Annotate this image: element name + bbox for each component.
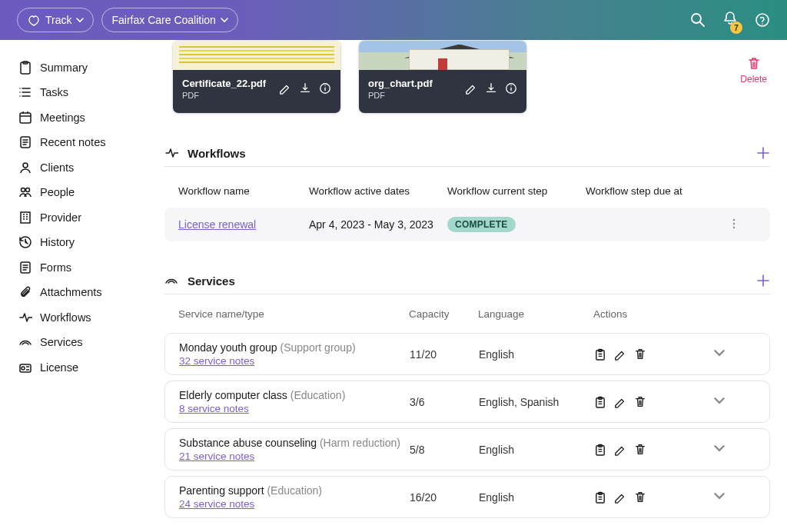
sidebar-item-tasks[interactable]: Tasks (12, 81, 154, 104)
people-icon (18, 185, 32, 199)
service-row: Substance abuse counseling (Harm reducti… (164, 428, 770, 470)
service-notes-link[interactable]: 32 service notes (179, 355, 254, 367)
service-name: Monday youth group (179, 341, 277, 354)
sidebar-item-label: License (40, 361, 78, 374)
service-name: Parenting support (179, 484, 264, 497)
trash-icon[interactable] (634, 348, 646, 361)
expand-toggle[interactable] (714, 490, 725, 504)
service-name: Substance abuse counseling (179, 437, 317, 449)
trash-icon (747, 57, 761, 71)
workflows-icon (18, 311, 32, 324)
service-row: Monday youth group (Support group) 32 se… (164, 333, 770, 375)
sidebar-item-history[interactable]: History (12, 231, 154, 254)
expand-toggle[interactable] (714, 395, 725, 408)
chevron-down-icon (76, 16, 84, 24)
section-title: Services (188, 274, 747, 288)
meetings-icon (18, 111, 32, 125)
sidebar-item-label: Recent notes (40, 136, 105, 148)
sidebar-item-label: Services (40, 336, 83, 348)
service-language: English (479, 348, 594, 361)
info-icon[interactable] (319, 82, 331, 95)
trash-icon[interactable] (634, 491, 646, 504)
sidebar-item-summary[interactable]: Summary (12, 56, 154, 79)
sidebar-item-meetings[interactable]: Meetings (12, 106, 154, 129)
workflows-icon (164, 146, 178, 160)
service-type: (Harm reduction) (320, 437, 400, 449)
sidebar-item-label: Meetings (40, 111, 85, 124)
clipboard-icon[interactable] (594, 396, 606, 408)
service-language: English, Spanish (479, 396, 594, 408)
help-icon[interactable] (755, 12, 770, 28)
attachment-footer: Certificate_22.pdf PDF (173, 70, 340, 113)
pencil-icon[interactable] (614, 444, 626, 456)
attachment-preview (359, 41, 526, 70)
trash-icon[interactable] (634, 396, 646, 408)
sidebar-item-license[interactable]: License (12, 356, 154, 379)
sidebar-item-people[interactable]: People (12, 181, 154, 204)
sidebar-item-services[interactable]: Services (12, 331, 154, 354)
workflow-dates: Apr 4, 2023 - May 3, 2023 (309, 218, 447, 231)
main-content: Delete Certificate_22.pdf PDF (154, 40, 787, 532)
service-notes-link[interactable]: 24 service notes (179, 498, 254, 510)
clipboard-icon[interactable] (594, 491, 606, 504)
sidebar-item-label: History (40, 236, 75, 248)
pencil-icon[interactable] (614, 348, 626, 361)
clipboard-icon[interactable] (594, 348, 606, 361)
services-section: Services Service name/type Capacity Lang… (161, 274, 773, 518)
sidebar-item-clients[interactable]: Clients (12, 156, 154, 179)
pencil-icon[interactable] (614, 396, 626, 408)
services-icon (164, 274, 178, 288)
trash-icon[interactable] (634, 444, 646, 456)
sidebar-item-attachments[interactable]: Attachments (12, 281, 154, 304)
add-workflow-button[interactable] (756, 146, 770, 160)
sidebar-item-label: Attachments (40, 286, 102, 298)
service-notes-link[interactable]: 8 service notes (179, 403, 249, 414)
attachments-row: Certificate_22.pdf PDF org_chart.pdf PDF (172, 40, 773, 114)
pencil-icon[interactable] (614, 491, 626, 504)
service-type: (Education) (291, 389, 346, 401)
attachment-title: org_chart.pdf (368, 78, 433, 89)
expand-toggle[interactable] (714, 347, 725, 361)
add-service-button[interactable] (756, 274, 770, 288)
sidebar-item-recent-notes[interactable]: Recent notes (12, 131, 154, 154)
workflow-name-link[interactable]: License renewal (178, 218, 309, 231)
sidebar-item-provider[interactable]: Provider (12, 206, 154, 229)
context-selector[interactable]: Fairfax Care Coalition (101, 8, 237, 32)
pencil-icon[interactable] (279, 82, 291, 95)
service-language: English (479, 444, 594, 456)
col-due: Workflow step due at (586, 185, 716, 197)
service-capacity: 3/6 (410, 396, 479, 408)
chevron-down-icon (221, 16, 228, 24)
services-icon (18, 335, 32, 349)
service-capacity: 11/20 (410, 348, 479, 361)
service-notes-link[interactable]: 21 service notes (179, 451, 254, 462)
download-icon[interactable] (485, 82, 497, 95)
sidebar-item-forms[interactable]: Forms (12, 256, 154, 279)
service-capacity: 5/8 (410, 444, 479, 456)
attachment-type: PDF (368, 91, 433, 100)
attachment-card[interactable]: Certificate_22.pdf PDF (172, 40, 341, 114)
search-icon[interactable] (690, 12, 706, 28)
attachment-card[interactable]: org_chart.pdf PDF (358, 40, 527, 114)
col-name: Service name/type (178, 308, 409, 320)
attachments-icon (18, 285, 32, 299)
delete-button[interactable]: Delete (740, 57, 767, 85)
info-icon[interactable] (505, 82, 517, 95)
service-type: (Education) (267, 484, 322, 497)
download-icon[interactable] (299, 82, 311, 95)
attachment-type: PDF (182, 91, 266, 100)
sidebar-item-label: Tasks (40, 86, 68, 98)
sidebar-item-workflows[interactable]: Workflows (12, 306, 154, 329)
notifications-button[interactable]: 7 (722, 11, 738, 29)
track-label: Track (45, 14, 71, 26)
sidebar-item-label: Workflows (40, 311, 91, 324)
expand-toggle[interactable] (714, 443, 725, 456)
attachment-preview (173, 41, 340, 70)
clipboard-icon[interactable] (594, 444, 606, 456)
workflow-more-button[interactable] (729, 218, 739, 231)
forms-icon (18, 261, 32, 274)
pencil-icon[interactable] (465, 82, 477, 95)
workflows-table-head: Workflow name Workflow active dates Work… (164, 185, 770, 208)
workflow-status: COMPLETE (447, 217, 516, 232)
track-selector[interactable]: Track (17, 8, 94, 32)
